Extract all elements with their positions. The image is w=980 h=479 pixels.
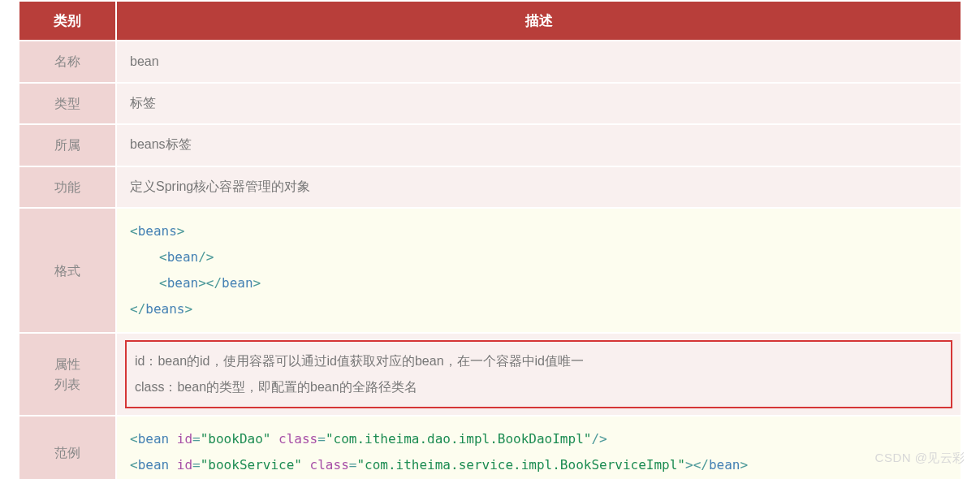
- header-category: 类别: [19, 1, 116, 41]
- row-value-func: 定义Spring核心容器管理的对象: [116, 166, 961, 209]
- row-value-type: 标签: [116, 83, 961, 125]
- example-line-1: <bean id="bookDao" class="com.itheima.da…: [130, 426, 948, 452]
- table-row: 格式 <beans> <bean/> <bean></bean> </beans…: [19, 208, 961, 333]
- row-value-format: <beans> <bean/> <bean></bean> </beans>: [116, 208, 961, 333]
- row-label-func: 功能: [19, 166, 116, 209]
- row-label-example: 范例: [19, 416, 116, 479]
- row-value-parent: beans标签: [116, 124, 961, 166]
- table-row: 名称 bean: [19, 41, 961, 83]
- header-description: 描述: [116, 1, 961, 41]
- row-label-parent: 所属: [19, 124, 116, 166]
- table-row: 类型 标签: [19, 83, 961, 125]
- row-value-example: <bean id="bookDao" class="com.itheima.da…: [116, 416, 961, 479]
- attr-line-class: class：bean的类型，即配置的bean的全路径类名: [135, 374, 943, 400]
- example-line-2: <bean id="bookService" class="com.itheim…: [130, 452, 948, 478]
- highlight-box: id：bean的id，使用容器可以通过id值获取对应的bean，在一个容器中id…: [125, 340, 952, 408]
- attr-line-id: id：bean的id，使用容器可以通过id值获取对应的bean，在一个容器中id…: [135, 348, 943, 374]
- row-value-attrs: id：bean的id，使用容器可以通过id值获取对应的bean，在一个容器中id…: [116, 333, 961, 416]
- row-label-name: 名称: [19, 41, 116, 83]
- table-row: 所属 beans标签: [19, 124, 961, 166]
- code-block-format: <beans> <bean/> <bean></bean> </beans>: [130, 218, 948, 322]
- row-label-attrs: 属性列表: [19, 333, 116, 416]
- code-block-example: <bean id="bookDao" class="com.itheima.da…: [130, 426, 948, 478]
- row-label-format: 格式: [19, 208, 116, 333]
- table-row: 功能 定义Spring核心容器管理的对象: [19, 166, 961, 209]
- table-row: 属性列表 id：bean的id，使用容器可以通过id值获取对应的bean，在一个…: [19, 333, 961, 416]
- row-label-type: 类型: [19, 83, 116, 125]
- row-value-name: bean: [116, 41, 961, 83]
- watermark: CSDN @见云彩: [875, 451, 965, 466]
- table-row: 范例 <bean id="bookDao" class="com.itheima…: [19, 416, 961, 479]
- definition-table: 类别 描述 名称 bean 类型 标签 所属 beans标签 功能 定义Spri…: [18, 0, 962, 479]
